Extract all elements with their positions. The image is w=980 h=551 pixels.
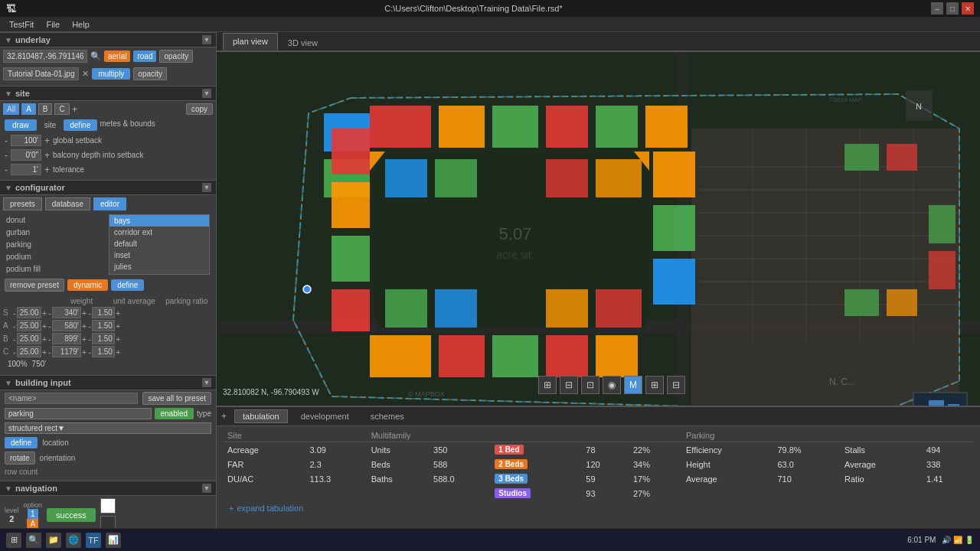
preset-gurban[interactable]: gurban: [3, 227, 103, 238]
nav-toggle[interactable]: ▼: [202, 484, 211, 493]
map-ctrl-7[interactable]: ⊟: [667, 376, 685, 394]
menu-file[interactable]: File: [40, 20, 66, 29]
ratio-s-plus[interactable]: +: [115, 308, 121, 318]
site-header[interactable]: ▼ site ▼: [0, 86, 216, 101]
underlay-toggle[interactable]: ▼: [202, 35, 211, 44]
structured-rect-label[interactable]: structured rect▼: [5, 422, 211, 434]
tab-development[interactable]: development: [292, 409, 358, 423]
underlay-header[interactable]: ▼ underlay ▼: [0, 32, 216, 47]
coords-input[interactable]: [3, 50, 87, 63]
map-ctrl-5[interactable]: M: [624, 376, 642, 394]
list-julies[interactable]: julies: [109, 261, 209, 272]
map-ctrl-4[interactable]: ◉: [603, 376, 621, 394]
database-tab[interactable]: database: [45, 197, 90, 210]
global-setback-row: - 100' + global setback: [0, 133, 216, 148]
search-taskbar[interactable]: 🔍: [26, 533, 41, 548]
draw-button[interactable]: draw: [5, 119, 37, 131]
map-ctrl-1[interactable]: ⊞: [538, 376, 557, 394]
preset-podium[interactable]: podium: [3, 251, 103, 262]
taskbar-testfit[interactable]: TF: [86, 533, 101, 548]
remove-preset-button[interactable]: remove preset: [5, 279, 64, 292]
list-corridor-ext[interactable]: corridor ext: [109, 227, 209, 238]
list-inset[interactable]: inset: [109, 249, 209, 261]
efficiency-val: 79.8%: [773, 442, 840, 458]
taskbar-app2[interactable]: 📊: [106, 533, 121, 548]
building-input-header[interactable]: ▼ building input ▼: [0, 375, 216, 390]
list-default[interactable]: default: [109, 238, 209, 249]
bi-toggle[interactable]: ▼: [202, 378, 211, 387]
taskbar-file[interactable]: 📁: [46, 533, 61, 548]
option-value-button[interactable]: 1: [28, 509, 38, 519]
balcony-plus-button[interactable]: +: [44, 150, 50, 161]
setback-minus-button[interactable]: -: [5, 135, 8, 146]
ratio-c-plus[interactable]: +: [115, 347, 121, 357]
site-toggle[interactable]: ▼: [202, 89, 211, 98]
presets-tab[interactable]: presets: [3, 197, 42, 210]
tab-schemes[interactable]: schemes: [362, 409, 413, 423]
multiply-button[interactable]: multiply: [92, 68, 130, 80]
tab-c[interactable]: C: [54, 103, 69, 115]
map-area[interactable]: 5.07 acre sit. © MAPBOX N. C...: [217, 52, 980, 406]
preset-donut[interactable]: donut: [3, 214, 103, 226]
expand-icon[interactable]: +: [221, 411, 227, 422]
unit-c-plus[interactable]: +: [81, 347, 87, 357]
dynamic-button[interactable]: dynamic: [67, 279, 108, 291]
map-ctrl-3[interactable]: ⊡: [581, 376, 599, 394]
close-tutorial-button[interactable]: ✕: [82, 69, 89, 79]
bi-define-button[interactable]: define: [5, 437, 38, 448]
tab-3d-view[interactable]: 3D view: [278, 34, 328, 51]
configurator-header[interactable]: ▼ configurator ▼: [0, 180, 216, 195]
enabled-button[interactable]: enabled: [155, 408, 194, 419]
map-ctrl-2[interactable]: ⊟: [560, 376, 578, 394]
color-swatch-dark[interactable]: [100, 516, 116, 528]
minimize-button[interactable]: –: [931, 2, 943, 15]
define-button[interactable]: define: [64, 119, 96, 131]
maximize-button[interactable]: □: [946, 2, 959, 15]
save-preset-button[interactable]: save all to preset: [142, 392, 211, 405]
close-button[interactable]: ✕: [962, 2, 974, 15]
editor-tab[interactable]: editor: [93, 197, 126, 210]
add-tab-button[interactable]: +: [72, 103, 78, 115]
map-ctrl-6[interactable]: ⊞: [645, 376, 664, 394]
ratio-a-plus[interactable]: +: [115, 321, 121, 331]
taskbar-browser[interactable]: 🌐: [66, 533, 81, 548]
color-swatch-white[interactable]: [100, 498, 116, 514]
search-button[interactable]: 🔍: [90, 51, 101, 61]
preset-podium-fill[interactable]: podium fill: [3, 263, 103, 275]
aerial-button[interactable]: aerial: [104, 51, 130, 62]
success-button[interactable]: success: [47, 508, 96, 522]
menu-testfit[interactable]: TestFit: [3, 20, 40, 29]
unit-a-plus[interactable]: +: [81, 321, 87, 331]
define2-button[interactable]: define: [111, 279, 144, 291]
config-toggle[interactable]: ▼: [202, 183, 211, 192]
unit-s-plus[interactable]: +: [81, 308, 87, 318]
copy-button[interactable]: copy: [186, 103, 213, 115]
setback-plus-button[interactable]: +: [44, 135, 50, 146]
tab-all[interactable]: All: [3, 103, 19, 115]
tab-a[interactable]: A: [21, 103, 36, 115]
weight-c-plus[interactable]: +: [41, 347, 47, 357]
navigation-header[interactable]: ▼ navigation ▼: [0, 481, 216, 496]
weight-b-plus[interactable]: +: [41, 334, 47, 344]
tab-tabulation[interactable]: tabulation: [234, 409, 288, 423]
start-button[interactable]: ⊞: [6, 533, 21, 548]
opacity-button[interactable]: opacity: [159, 50, 193, 63]
building-name-field[interactable]: <name>: [5, 393, 138, 404]
ratio-b-plus[interactable]: +: [115, 334, 121, 344]
tolerance-plus-button[interactable]: +: [44, 165, 50, 175]
road-button[interactable]: road: [133, 51, 156, 62]
opacity2-button[interactable]: opacity: [133, 67, 167, 80]
tab-plan-view[interactable]: plan view: [223, 33, 278, 51]
unit-b-plus[interactable]: +: [81, 334, 87, 344]
menu-help[interactable]: Help: [66, 20, 96, 29]
weight-a-plus[interactable]: +: [41, 321, 47, 331]
option-a-button[interactable]: A: [27, 519, 38, 529]
tab-b[interactable]: B: [38, 103, 53, 115]
expand-tabulation-row[interactable]: + expand tabulation: [223, 500, 974, 516]
rotate-button[interactable]: rotate: [5, 452, 35, 465]
list-bays[interactable]: bays: [109, 215, 209, 227]
balcony-minus-button[interactable]: -: [5, 150, 8, 161]
preset-parking[interactable]: parking: [3, 239, 103, 250]
weight-s-plus[interactable]: +: [41, 308, 47, 318]
tolerance-minus-button[interactable]: -: [5, 165, 8, 175]
